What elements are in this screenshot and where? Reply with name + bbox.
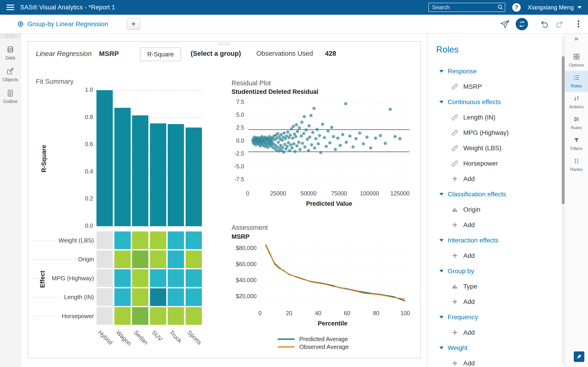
scatter-point[interactable]	[294, 135, 297, 138]
scatter-point[interactable]	[336, 136, 339, 140]
scatter-point[interactable]	[287, 141, 290, 144]
scatter-point[interactable]	[292, 142, 296, 145]
panel-tab-options[interactable]: Options	[565, 50, 588, 71]
scatter-point[interactable]	[398, 137, 401, 140]
heatmap-cell[interactable]	[186, 288, 202, 306]
roles-section-response[interactable]: Response	[428, 64, 561, 79]
scatter-point[interactable]	[306, 138, 309, 141]
scatter-point[interactable]	[281, 146, 284, 149]
group-selector[interactable]: (Select a group)	[191, 50, 241, 57]
search-box[interactable]	[428, 3, 505, 12]
scrollbar-thumb[interactable]	[562, 56, 565, 204]
heatmap-cell[interactable]	[132, 307, 148, 325]
scatter-point[interactable]	[300, 121, 303, 124]
share-icon[interactable]	[500, 19, 510, 29]
stat-selector-button[interactable]: R-Square	[140, 48, 181, 61]
search-icon[interactable]	[497, 4, 503, 11]
scatter-point[interactable]	[298, 148, 302, 151]
scatter-point[interactable]	[313, 146, 316, 150]
scatter-point[interactable]	[334, 148, 337, 151]
roles-section-continuous-effects[interactable]: Continuous effects	[428, 94, 561, 110]
heatmap-cell[interactable]	[168, 232, 184, 249]
sidebar-item-outline[interactable]: Outline	[0, 89, 21, 104]
heatmap-cell[interactable]	[132, 232, 148, 249]
heatmap-cell[interactable]	[150, 250, 166, 268]
heatmap-cell[interactable]	[186, 250, 202, 268]
roles-add-button[interactable]: Add	[428, 171, 561, 186]
scatter-point[interactable]	[317, 142, 320, 145]
scatter-point[interactable]	[311, 131, 314, 134]
scatter-point[interactable]	[303, 115, 306, 118]
scatter-point[interactable]	[319, 151, 322, 154]
add-page-button[interactable]: +	[127, 18, 140, 30]
scatter-point[interactable]	[348, 134, 352, 138]
roles-section-interaction-effects[interactable]: Interaction effects	[428, 233, 561, 248]
heatmap-cell[interactable]	[168, 269, 184, 287]
scatter-point[interactable]	[277, 141, 280, 144]
scatter-point[interactable]	[281, 139, 284, 142]
panel-tab-roles[interactable]: Roles	[565, 71, 588, 92]
roles-add-button[interactable]: Add	[428, 325, 561, 340]
scatter-point[interactable]	[379, 134, 382, 137]
heatmap-cell[interactable]	[114, 250, 131, 268]
scatter-point[interactable]	[362, 142, 365, 145]
panel-tab-rules[interactable]: Rules	[565, 113, 588, 133]
scatter-point[interactable]	[289, 143, 292, 146]
roles-section-classification-effects[interactable]: Classification effects	[428, 186, 561, 202]
scatter-point[interactable]	[344, 102, 347, 105]
scatter-point[interactable]	[283, 131, 286, 135]
sidebar-item-objects[interactable]: Objects	[0, 67, 21, 82]
fit-summary-bar[interactable]	[168, 124, 184, 226]
fit-summary-bar[interactable]	[132, 115, 148, 226]
scatter-point[interactable]	[326, 129, 330, 133]
heatmap-cell[interactable]	[96, 307, 113, 325]
scatter-point[interactable]	[286, 130, 289, 133]
redo-icon[interactable]	[555, 20, 564, 28]
scatter-point[interactable]	[338, 144, 342, 147]
scatter-point[interactable]	[288, 149, 291, 152]
scatter-point[interactable]	[290, 127, 293, 131]
heatmap-cell[interactable]	[150, 288, 166, 306]
scatter-point[interactable]	[341, 133, 344, 136]
heatmap-cell[interactable]	[132, 269, 148, 287]
scatter-point[interactable]	[304, 128, 308, 131]
roles-section-frequency[interactable]: Frequency	[428, 309, 561, 325]
roles-add-button[interactable]: Add	[428, 217, 561, 233]
heatmap-cell[interactable]	[186, 232, 202, 249]
scatter-point[interactable]	[291, 146, 294, 150]
scatter-point[interactable]	[292, 125, 295, 128]
roles-section-group-by[interactable]: Group by	[428, 263, 561, 279]
scatter-point[interactable]	[296, 130, 299, 133]
scatter-point[interactable]	[384, 142, 387, 145]
scatter-point[interactable]	[282, 150, 285, 154]
scatter-point[interactable]	[345, 141, 348, 144]
scatter-point[interactable]	[330, 126, 333, 129]
scatter-point[interactable]	[309, 114, 313, 117]
heatmap-cell[interactable]	[114, 232, 131, 249]
panel-tab-ranks[interactable]: Ranks	[565, 154, 588, 175]
collapse-panel-icon[interactable]: »	[574, 34, 579, 43]
undo-icon[interactable]	[540, 20, 549, 28]
scatter-point[interactable]	[355, 137, 358, 140]
pin-button[interactable]	[574, 351, 584, 362]
fit-summary-bar[interactable]	[96, 90, 113, 226]
roles-add-button[interactable]: Add	[428, 356, 561, 367]
scatter-point[interactable]	[307, 149, 310, 152]
tab-group-by-linear-regression[interactable]: Group-by Linear Regression	[18, 15, 108, 33]
roles-item-length-in[interactable]: Length (IN)	[428, 110, 561, 125]
panel-tab-actions[interactable]: Actions	[565, 92, 588, 113]
scatter-point[interactable]	[308, 135, 311, 139]
scatter-point[interactable]	[300, 134, 303, 138]
scatter-point[interactable]	[295, 123, 298, 126]
roles-item-weight-lbs[interactable]: Weight (LBS)	[428, 140, 561, 156]
roles-item-horsepower[interactable]: Horsepower	[428, 156, 561, 171]
roles-add-button[interactable]: Add	[428, 294, 561, 309]
scatter-point[interactable]	[302, 132, 305, 135]
report-object-linear-regression[interactable]: Linear Regression MSRP R-Square (Select …	[28, 41, 421, 358]
heatmap-cell[interactable]	[114, 307, 131, 325]
scatter-point[interactable]	[332, 135, 335, 138]
scatter-point[interactable]	[279, 133, 283, 136]
roles-item-mpg-highway[interactable]: MPG (Highway)	[428, 125, 561, 140]
heatmap-cell[interactable]	[150, 232, 166, 249]
heatmap-cell[interactable]	[96, 232, 113, 249]
